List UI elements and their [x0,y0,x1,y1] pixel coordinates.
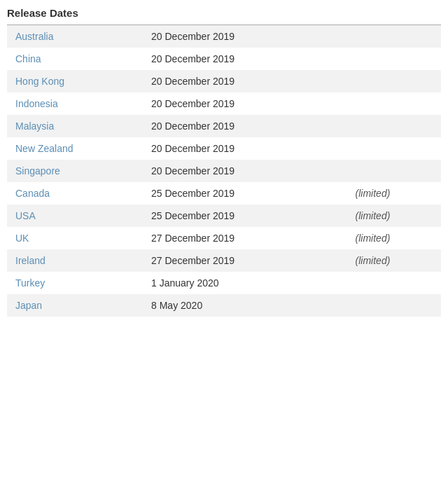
table-row: Ireland27 December 2019(limited) [7,249,441,272]
table-row: Singapore20 December 2019 [7,160,441,182]
table-row: Turkey1 January 2020 [7,272,441,294]
country-link[interactable]: Ireland [15,255,46,266]
note-cell: (limited) [347,227,441,249]
note-cell: (limited) [347,205,441,227]
date-cell: 20 December 2019 [143,92,347,115]
country-cell: New Zealand [7,137,143,160]
note-cell [347,137,441,160]
release-dates-table: Australia20 December 2019China20 Decembe… [7,25,441,317]
country-cell: Singapore [7,160,143,182]
note-cell [347,92,441,115]
country-cell: UK [7,227,143,249]
country-link[interactable]: Singapore [15,165,60,177]
table-row: China20 December 2019 [7,48,441,70]
country-link[interactable]: USA [15,210,36,221]
date-cell: 20 December 2019 [143,160,347,182]
note-cell [347,48,441,70]
country-cell: Malaysia [7,115,143,137]
table-row: Australia20 December 2019 [7,25,441,48]
release-dates-section: Release Dates Australia20 December 2019C… [0,0,448,331]
country-link[interactable]: Indonesia [15,98,58,109]
country-cell: Ireland [7,249,143,272]
country-cell: Japan [7,294,143,317]
table-row: USA25 December 2019(limited) [7,205,441,227]
table-row: Indonesia20 December 2019 [7,92,441,115]
date-cell: 20 December 2019 [143,115,347,137]
country-link[interactable]: UK [15,233,29,244]
date-cell: 20 December 2019 [143,48,347,70]
note-cell [347,115,441,137]
section-title: Release Dates [7,7,441,25]
table-row: Hong Kong20 December 2019 [7,70,441,92]
country-cell: USA [7,205,143,227]
note-cell [347,25,441,48]
country-cell: Canada [7,182,143,205]
date-cell: 27 December 2019 [143,227,347,249]
country-cell: Hong Kong [7,70,143,92]
table-row: Malaysia20 December 2019 [7,115,441,137]
note-cell: (limited) [347,182,441,205]
country-cell: China [7,48,143,70]
table-row: New Zealand20 December 2019 [7,137,441,160]
table-row: UK27 December 2019(limited) [7,227,441,249]
date-cell: 20 December 2019 [143,70,347,92]
date-cell: 25 December 2019 [143,182,347,205]
date-cell: 25 December 2019 [143,205,347,227]
country-link[interactable]: Hong Kong [15,76,64,87]
note-cell: (limited) [347,249,441,272]
country-link[interactable]: China [15,53,41,64]
country-link[interactable]: Turkey [15,277,45,289]
country-link[interactable]: Australia [15,31,53,42]
country-cell: Turkey [7,272,143,294]
country-cell: Indonesia [7,92,143,115]
date-cell: 20 December 2019 [143,25,347,48]
table-row: Japan8 May 2020 [7,294,441,317]
country-link[interactable]: Japan [15,300,42,311]
note-cell [347,70,441,92]
table-row: Canada25 December 2019(limited) [7,182,441,205]
note-cell [347,294,441,317]
note-cell [347,160,441,182]
date-cell: 27 December 2019 [143,249,347,272]
date-cell: 8 May 2020 [143,294,347,317]
country-link[interactable]: Canada [15,188,50,199]
country-link[interactable]: New Zealand [15,143,74,154]
country-cell: Australia [7,25,143,48]
date-cell: 1 January 2020 [143,272,347,294]
country-link[interactable]: Malaysia [15,120,54,132]
note-cell [347,272,441,294]
date-cell: 20 December 2019 [143,137,347,160]
